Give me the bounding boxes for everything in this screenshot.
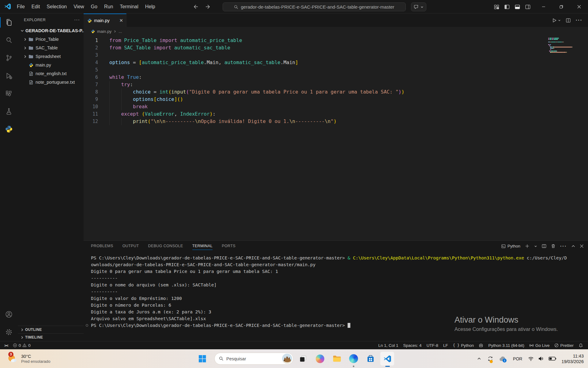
breadcrumb[interactable]: main.py ... xyxy=(84,27,588,36)
weather-widget[interactable]: 3 30°C Pred ensolarado xyxy=(4,349,53,368)
tab-close-icon[interactable]: ✕ xyxy=(119,18,123,23)
file-explorer-button[interactable] xyxy=(330,351,344,366)
close-panel-icon[interactable] xyxy=(580,244,584,248)
minimize-button[interactable] xyxy=(535,0,552,13)
code-line-1[interactable]: 1from Price_Table import automatic_price… xyxy=(84,37,588,44)
customize-layout-icon[interactable] xyxy=(494,4,499,10)
tree-item-note-english-txt[interactable]: note_english.txt xyxy=(18,69,84,78)
menu-edit[interactable]: Edit xyxy=(28,0,43,13)
tree-root-folder[interactable]: GERADOR-DE-TABELAS-P... xyxy=(18,26,84,35)
split-terminal-icon[interactable] xyxy=(542,244,546,248)
encoding[interactable]: UTF-8 xyxy=(424,343,441,348)
maximize-panel-icon[interactable] xyxy=(571,244,575,248)
breadcrumb-symbol[interactable]: ... xyxy=(119,29,122,34)
breadcrumb-file[interactable]: main.py xyxy=(97,29,111,34)
command-center-search[interactable]: gerador-de-tabelas-PRICE-e-SAC-PRICE-and… xyxy=(223,2,406,11)
panel-tab-terminal[interactable]: TERMINAL xyxy=(192,241,213,251)
tree-item-price-table[interactable]: Price_Table xyxy=(18,35,84,44)
editor-more-actions-icon[interactable]: ··· xyxy=(576,17,582,23)
cursor-position[interactable]: Ln 1, Col 1 xyxy=(376,343,401,348)
tray-chevron-up-icon[interactable] xyxy=(474,349,484,368)
testing-icon[interactable] xyxy=(0,102,18,120)
python-extension-icon[interactable] xyxy=(0,120,18,138)
kill-terminal-icon[interactable] xyxy=(551,244,556,248)
code-line-2[interactable]: 2from SAC_Table import automatic_sac_tab… xyxy=(84,44,588,52)
account-icon[interactable] xyxy=(0,305,18,323)
update-sync-icon[interactable] xyxy=(484,349,496,368)
panel-tab-debug-console[interactable]: DEBUG CONSOLE xyxy=(148,241,183,251)
explorer-more-actions[interactable]: ··· xyxy=(74,17,80,23)
run-debug-icon[interactable] xyxy=(0,67,18,85)
notifications-bell-icon[interactable] xyxy=(576,343,586,348)
panel-tab-output[interactable]: OUTPUT xyxy=(123,241,139,251)
indentation[interactable]: Spaces: 4 xyxy=(401,343,424,348)
forward-arrow-icon[interactable] xyxy=(205,4,211,10)
toggle-panel-icon[interactable] xyxy=(514,4,520,10)
taskbar-search[interactable]: Pesquisar xyxy=(214,353,293,365)
command-decoration-icon[interactable] xyxy=(86,324,88,327)
copilot-button-taskbar[interactable] xyxy=(313,351,327,366)
search-sidebar-icon[interactable] xyxy=(0,31,18,49)
start-button[interactable] xyxy=(195,351,209,366)
panel-tab-ports[interactable]: PORTS xyxy=(222,241,236,251)
edge-browser-button[interactable] xyxy=(346,351,361,366)
problems-status[interactable]: 0 0 xyxy=(10,343,33,348)
microsoft-store-button[interactable] xyxy=(363,351,378,366)
run-button[interactable] xyxy=(552,18,561,23)
clock[interactable]: 11:43 19/03/2026 xyxy=(558,349,588,368)
new-terminal-icon[interactable] xyxy=(525,244,530,248)
menu-run[interactable]: Run xyxy=(101,0,116,13)
explorer-icon[interactable] xyxy=(0,13,18,31)
remote-indicator[interactable]: >< xyxy=(2,343,10,348)
toggle-secondary-sidebar-icon[interactable] xyxy=(525,4,531,10)
code-line-3[interactable]: 3 xyxy=(84,52,588,59)
menu-view[interactable]: View xyxy=(70,0,87,13)
tree-item-main-py[interactable]: main.py xyxy=(18,61,84,69)
terminal-profile[interactable]: Python xyxy=(501,244,520,248)
code-line-4[interactable]: 4options = [automatic_price_table.Main, … xyxy=(84,59,588,66)
code-line-11[interactable]: 11 except (ValueError, IndexError): xyxy=(84,110,588,118)
language-mode[interactable]: { } Python xyxy=(450,343,477,348)
restore-button[interactable] xyxy=(552,0,570,13)
language-indicator[interactable]: POR xyxy=(509,349,526,368)
code-line-8[interactable]: 8 choice = int(input("Digite 0 para gera… xyxy=(84,88,588,96)
code-line-12[interactable]: 12 print("\n\n----------\nOpção inválida… xyxy=(84,118,588,125)
menu-help[interactable]: Help xyxy=(142,0,159,13)
toggle-primary-sidebar-icon[interactable] xyxy=(504,4,510,10)
copilot-button[interactable] xyxy=(411,2,426,11)
minimap[interactable] xyxy=(548,37,575,56)
tree-item-spreadsheet[interactable]: Spreadsheet xyxy=(18,52,84,61)
extension-status-icon[interactable] xyxy=(476,343,486,348)
volume-icon[interactable] xyxy=(536,349,546,368)
menu-terminal[interactable]: Terminal xyxy=(116,0,141,13)
python-interpreter[interactable]: Python 3.11 (64-bit) xyxy=(486,343,527,348)
split-editor-icon[interactable] xyxy=(566,18,571,23)
code-line-5[interactable]: 5 xyxy=(84,66,588,74)
back-arrow-icon[interactable] xyxy=(192,4,198,10)
panel-tab-problems[interactable]: PROBLEMS xyxy=(91,241,113,251)
tab-main-py[interactable]: main.py ✕ xyxy=(84,13,126,27)
go-live[interactable]: Go Live xyxy=(527,343,552,348)
extensions-icon[interactable] xyxy=(0,85,18,102)
code-line-10[interactable]: 10 break xyxy=(84,103,588,110)
close-button[interactable] xyxy=(570,0,588,13)
code-line-7[interactable]: 7 try: xyxy=(84,81,588,88)
source-control-icon[interactable] xyxy=(0,49,18,67)
wifi-icon[interactable] xyxy=(526,349,536,368)
timeline-section[interactable]: TIMELINE xyxy=(18,333,84,341)
code-line-9[interactable]: 9 options[choice]() xyxy=(84,96,588,103)
outline-section[interactable]: OUTLINE xyxy=(18,326,84,333)
code-line-6[interactable]: 6while True: xyxy=(84,74,588,81)
code-editor[interactable]: 1from Price_Table import automatic_price… xyxy=(84,36,588,240)
vscode-taskbar-button[interactable] xyxy=(380,351,394,366)
terminal-dropdown-icon[interactable] xyxy=(534,245,537,248)
menu-go[interactable]: Go xyxy=(88,0,101,13)
settings-gear-icon[interactable] xyxy=(0,323,18,341)
menu-selection[interactable]: Selection xyxy=(43,0,70,13)
task-view-button[interactable] xyxy=(296,351,310,366)
tree-item-sac-table[interactable]: SAC_Table xyxy=(18,44,84,52)
prettier-status[interactable]: Prettier xyxy=(552,343,576,348)
menu-file[interactable]: File xyxy=(13,0,28,13)
tree-item-note-portuguese-txt[interactable]: note_portuguese.txt xyxy=(18,78,84,86)
onedrive-cloud-icon[interactable]: i xyxy=(496,349,509,368)
